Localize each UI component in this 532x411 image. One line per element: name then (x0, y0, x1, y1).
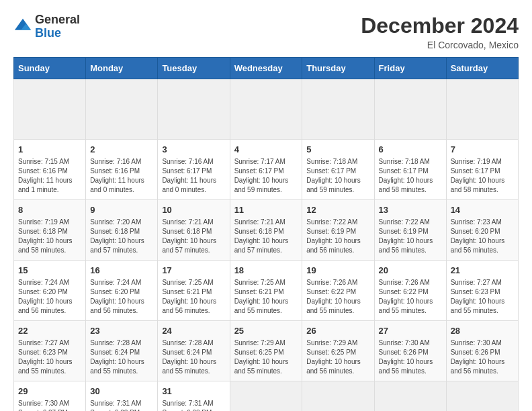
day-number: 8 (18, 204, 81, 216)
day-info: Sunrise: 7:25 AM Sunset: 6:21 PM Dayligh… (234, 278, 298, 316)
day-info: Sunrise: 7:16 AM Sunset: 6:16 PM Dayligh… (90, 157, 153, 195)
location-subtitle: El Corcovado, Mexico (361, 40, 519, 50)
day-info: Sunrise: 7:18 AM Sunset: 6:17 PM Dayligh… (379, 157, 442, 195)
calendar-day-cell (14, 79, 86, 140)
calendar-day-cell: 15Sunrise: 7:24 AM Sunset: 6:20 PM Dayli… (14, 261, 86, 321)
day-number: 25 (234, 325, 298, 337)
day-info: Sunrise: 7:20 AM Sunset: 6:18 PM Dayligh… (90, 218, 153, 255)
day-number: 19 (306, 265, 369, 277)
calendar-day-cell: 12Sunrise: 7:22 AM Sunset: 6:19 PM Dayli… (302, 200, 374, 261)
day-info: Sunrise: 7:24 AM Sunset: 6:20 PM Dayligh… (90, 278, 153, 316)
day-info: Sunrise: 7:30 AM Sunset: 6:26 PM Dayligh… (451, 338, 514, 376)
day-number: 24 (162, 325, 225, 337)
day-number: 29 (18, 385, 81, 398)
logo-text: General Blue (35, 13, 80, 40)
calendar-week-row: 22Sunrise: 7:27 AM Sunset: 6:23 PM Dayli… (14, 321, 519, 381)
day-info: Sunrise: 7:24 AM Sunset: 6:20 PM Dayligh… (18, 278, 81, 316)
day-info: Sunrise: 7:31 AM Sunset: 6:28 PM Dayligh… (90, 399, 153, 411)
calendar-day-cell (230, 79, 302, 140)
calendar-week-row: 29Sunrise: 7:30 AM Sunset: 6:27 PM Dayli… (14, 381, 519, 412)
calendar-day-cell (374, 79, 446, 140)
page-header: General Blue December 2024 El Corcovado,… (13, 13, 519, 50)
logo: General Blue (13, 13, 80, 40)
day-info: Sunrise: 7:21 AM Sunset: 6:18 PM Dayligh… (162, 218, 225, 255)
calendar-day-cell: 11Sunrise: 7:21 AM Sunset: 6:18 PM Dayli… (230, 200, 302, 261)
calendar-table: SundayMondayTuesdayWednesdayThursdayFrid… (13, 57, 519, 411)
day-number: 27 (379, 325, 442, 337)
calendar-day-cell: 16Sunrise: 7:24 AM Sunset: 6:20 PM Dayli… (86, 261, 158, 321)
day-number: 5 (306, 144, 369, 156)
day-info: Sunrise: 7:22 AM Sunset: 6:19 PM Dayligh… (379, 218, 442, 255)
day-number: 11 (234, 204, 298, 216)
day-info: Sunrise: 7:15 AM Sunset: 6:16 PM Dayligh… (18, 157, 81, 195)
calendar-day-cell: 30Sunrise: 7:31 AM Sunset: 6:28 PM Dayli… (86, 381, 158, 412)
calendar-day-cell (230, 381, 302, 412)
day-number: 26 (306, 325, 369, 337)
day-number: 18 (234, 265, 298, 277)
calendar-day-cell: 20Sunrise: 7:26 AM Sunset: 6:22 PM Dayli… (374, 261, 446, 321)
calendar-week-row (14, 79, 519, 140)
calendar-day-cell: 14Sunrise: 7:23 AM Sunset: 6:20 PM Dayli… (446, 200, 518, 261)
calendar-day-cell: 4Sunrise: 7:17 AM Sunset: 6:17 PM Daylig… (230, 140, 302, 200)
day-info: Sunrise: 7:31 AM Sunset: 6:28 PM Dayligh… (162, 399, 225, 411)
logo-icon (13, 17, 32, 36)
day-info: Sunrise: 7:29 AM Sunset: 6:25 PM Dayligh… (306, 338, 369, 376)
day-info: Sunrise: 7:29 AM Sunset: 6:25 PM Dayligh… (234, 338, 298, 376)
day-number: 13 (379, 204, 442, 216)
logo-general: General (35, 13, 80, 26)
weekday-header: Sunday (14, 58, 86, 79)
calendar-day-cell: 31Sunrise: 7:31 AM Sunset: 6:28 PM Dayli… (158, 381, 230, 412)
day-info: Sunrise: 7:26 AM Sunset: 6:22 PM Dayligh… (379, 278, 442, 316)
day-info: Sunrise: 7:19 AM Sunset: 6:17 PM Dayligh… (451, 157, 514, 195)
day-info: Sunrise: 7:27 AM Sunset: 6:23 PM Dayligh… (18, 338, 81, 376)
calendar-day-cell: 13Sunrise: 7:22 AM Sunset: 6:19 PM Dayli… (374, 200, 446, 261)
calendar-day-cell (446, 79, 518, 140)
day-number: 21 (451, 265, 514, 277)
calendar-day-cell (158, 79, 230, 140)
day-info: Sunrise: 7:22 AM Sunset: 6:19 PM Dayligh… (306, 218, 369, 255)
day-number: 2 (90, 144, 153, 156)
calendar-day-cell: 25Sunrise: 7:29 AM Sunset: 6:25 PM Dayli… (230, 321, 302, 381)
calendar-day-cell: 24Sunrise: 7:28 AM Sunset: 6:24 PM Dayli… (158, 321, 230, 381)
weekday-header: Thursday (302, 58, 374, 79)
calendar-day-cell: 6Sunrise: 7:18 AM Sunset: 6:17 PM Daylig… (374, 140, 446, 200)
weekday-header: Tuesday (158, 58, 230, 79)
calendar-day-cell: 2Sunrise: 7:16 AM Sunset: 6:16 PM Daylig… (86, 140, 158, 200)
calendar-day-cell (302, 79, 374, 140)
calendar-day-cell (86, 79, 158, 140)
logo-blue: Blue (35, 26, 61, 40)
day-number: 6 (379, 144, 442, 156)
day-info: Sunrise: 7:17 AM Sunset: 6:17 PM Dayligh… (234, 157, 298, 195)
day-number: 31 (162, 385, 225, 398)
day-number: 7 (451, 144, 514, 156)
calendar-day-cell (374, 381, 446, 412)
calendar-day-cell: 26Sunrise: 7:29 AM Sunset: 6:25 PM Dayli… (302, 321, 374, 381)
calendar-day-cell: 9Sunrise: 7:20 AM Sunset: 6:18 PM Daylig… (86, 200, 158, 261)
day-number: 30 (90, 385, 153, 398)
month-title: December 2024 (361, 13, 519, 38)
day-number: 3 (162, 144, 225, 156)
calendar-week-row: 8Sunrise: 7:19 AM Sunset: 6:18 PM Daylig… (14, 200, 519, 261)
day-info: Sunrise: 7:30 AM Sunset: 6:27 PM Dayligh… (18, 399, 81, 411)
day-number: 12 (306, 204, 369, 216)
calendar-day-cell: 23Sunrise: 7:28 AM Sunset: 6:24 PM Dayli… (86, 321, 158, 381)
title-area: December 2024 El Corcovado, Mexico (361, 13, 519, 50)
calendar-day-cell: 27Sunrise: 7:30 AM Sunset: 6:26 PM Dayli… (374, 321, 446, 381)
day-info: Sunrise: 7:28 AM Sunset: 6:24 PM Dayligh… (162, 338, 225, 376)
day-number: 10 (162, 204, 225, 216)
day-info: Sunrise: 7:19 AM Sunset: 6:18 PM Dayligh… (18, 218, 81, 255)
weekday-header: Friday (374, 58, 446, 79)
calendar-day-cell: 19Sunrise: 7:26 AM Sunset: 6:22 PM Dayli… (302, 261, 374, 321)
weekday-header: Wednesday (230, 58, 302, 79)
day-number: 9 (90, 204, 153, 216)
day-number: 17 (162, 265, 225, 277)
day-info: Sunrise: 7:18 AM Sunset: 6:17 PM Dayligh… (306, 157, 369, 195)
calendar-day-cell (302, 381, 374, 412)
day-info: Sunrise: 7:23 AM Sunset: 6:20 PM Dayligh… (451, 218, 514, 255)
calendar-day-cell: 17Sunrise: 7:25 AM Sunset: 6:21 PM Dayli… (158, 261, 230, 321)
calendar-day-cell: 10Sunrise: 7:21 AM Sunset: 6:18 PM Dayli… (158, 200, 230, 261)
day-info: Sunrise: 7:28 AM Sunset: 6:24 PM Dayligh… (90, 338, 153, 376)
day-number: 1 (18, 144, 81, 156)
day-number: 14 (451, 204, 514, 216)
calendar-day-cell: 28Sunrise: 7:30 AM Sunset: 6:26 PM Dayli… (446, 321, 518, 381)
